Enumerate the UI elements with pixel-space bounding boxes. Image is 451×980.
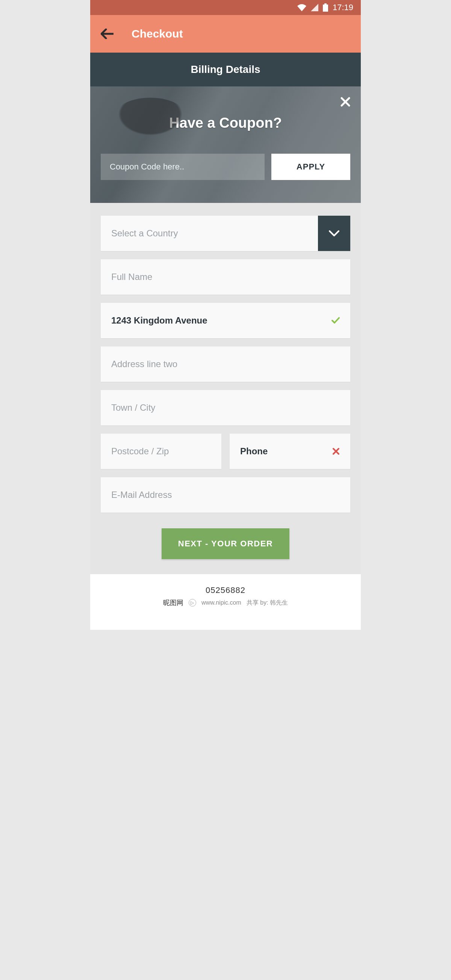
footer-divider-icon: ▷ bbox=[189, 599, 196, 606]
error-x-icon bbox=[332, 447, 340, 455]
city-field[interactable] bbox=[101, 390, 350, 425]
postcode-field[interactable] bbox=[101, 434, 222, 469]
postcode-phone-row bbox=[101, 434, 350, 469]
status-bar: 17:19 bbox=[90, 0, 361, 15]
check-icon bbox=[331, 317, 340, 324]
country-select[interactable]: Select a Country bbox=[101, 216, 350, 251]
footer-by: 共享 by: 韩先生 bbox=[247, 599, 288, 607]
close-icon[interactable] bbox=[341, 97, 350, 107]
address1-field[interactable] bbox=[101, 303, 350, 338]
phone-field[interactable] bbox=[229, 434, 350, 469]
fullname-field[interactable] bbox=[101, 259, 350, 294]
postcode-input[interactable] bbox=[111, 446, 211, 457]
footer-row: 昵图网 ▷ www.nipic.com 共享 by: 韩先生 bbox=[90, 598, 361, 607]
billing-form: Select a Country NEXT - YOUR ORDER bbox=[90, 203, 361, 574]
section-header: Billing Details bbox=[90, 52, 361, 86]
page-title: Checkout bbox=[132, 27, 183, 40]
image-id-text: 05256882 bbox=[90, 585, 361, 595]
country-select-label: Select a Country bbox=[101, 228, 318, 239]
footer-site-cn: 昵图网 bbox=[163, 598, 183, 607]
cell-signal-icon bbox=[311, 4, 318, 11]
fullname-input[interactable] bbox=[111, 272, 340, 282]
chevron-down-icon[interactable] bbox=[318, 216, 350, 251]
footer-site-en: www.nipic.com bbox=[201, 599, 241, 606]
banner-decorative-image bbox=[113, 98, 188, 139]
svg-rect-1 bbox=[324, 3, 327, 5]
back-arrow-icon[interactable] bbox=[101, 29, 113, 39]
address2-input[interactable] bbox=[111, 359, 340, 369]
email-input[interactable] bbox=[111, 490, 340, 500]
city-input[interactable] bbox=[111, 402, 340, 413]
battery-icon bbox=[323, 3, 328, 12]
address1-input[interactable] bbox=[111, 315, 340, 326]
coupon-banner: Have a Coupon? APPLY bbox=[90, 86, 361, 203]
phone-input[interactable] bbox=[240, 446, 340, 457]
footer-meta: 05256882 昵图网 ▷ www.nipic.com 共享 by: 韩先生 bbox=[90, 574, 361, 630]
app-bar: Checkout bbox=[90, 15, 361, 52]
address2-field[interactable] bbox=[101, 347, 350, 382]
wifi-icon bbox=[297, 4, 306, 11]
apply-coupon-button[interactable]: APPLY bbox=[271, 154, 350, 180]
coupon-row: APPLY bbox=[101, 154, 350, 180]
coupon-code-input[interactable] bbox=[101, 154, 265, 180]
section-title: Billing Details bbox=[191, 64, 260, 76]
email-field[interactable] bbox=[101, 477, 350, 512]
svg-rect-0 bbox=[323, 5, 328, 12]
next-button[interactable]: NEXT - YOUR ORDER bbox=[162, 528, 289, 559]
clock-text: 17:19 bbox=[333, 3, 353, 13]
